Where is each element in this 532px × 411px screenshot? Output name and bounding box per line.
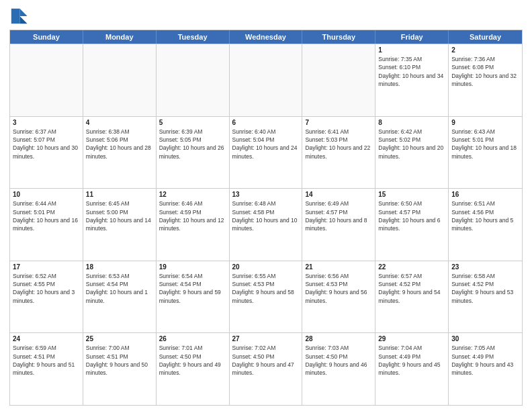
day-info: Sunrise: 6:54 AM Sunset: 4:54 PM Dayligh… [159,272,226,305]
day-info: Sunrise: 7:03 AM Sunset: 4:50 PM Dayligh… [305,344,372,377]
cal-cell-empty [157,44,230,116]
cal-cell-10: 10Sunrise: 6:44 AM Sunset: 5:01 PM Dayli… [10,189,83,261]
day-number: 20 [232,263,300,271]
header-day-wednesday: Wednesday [230,30,303,44]
cal-cell-24: 24Sunrise: 6:59 AM Sunset: 4:51 PM Dayli… [10,333,83,405]
cal-cell-1: 1Sunrise: 7:35 AM Sunset: 6:10 PM Daylig… [375,44,449,116]
cal-cell-16: 16Sunrise: 6:51 AM Sunset: 4:56 PM Dayli… [449,189,522,261]
day-number: 17 [13,263,80,271]
day-number: 5 [159,119,226,126]
cal-cell-9: 9Sunrise: 6:43 AM Sunset: 5:01 PM Daylig… [449,117,522,189]
day-info: Sunrise: 7:02 AM Sunset: 4:50 PM Dayligh… [232,344,300,377]
day-info: Sunrise: 6:58 AM Sunset: 4:52 PM Dayligh… [451,272,519,305]
header-day-monday: Monday [83,30,157,44]
header [9,7,523,26]
day-info: Sunrise: 7:36 AM Sunset: 6:08 PM Dayligh… [451,55,519,88]
cal-cell-11: 11Sunrise: 6:45 AM Sunset: 5:00 PM Dayli… [83,189,157,261]
logo-icon [9,7,28,26]
cal-cell-25: 25Sunrise: 7:00 AM Sunset: 4:51 PM Dayli… [83,333,157,405]
day-number: 18 [86,263,153,271]
svg-marker-1 [19,16,27,24]
cal-cell-20: 20Sunrise: 6:55 AM Sunset: 4:53 PM Dayli… [230,261,303,333]
day-number: 8 [378,119,445,126]
day-number: 4 [86,119,153,126]
day-number: 1 [378,46,445,54]
day-number: 30 [451,335,519,342]
day-number: 22 [378,263,445,271]
svg-rect-2 [11,9,20,24]
cal-cell-6: 6Sunrise: 6:40 AM Sunset: 5:04 PM Daylig… [230,117,303,189]
cal-cell-27: 27Sunrise: 7:02 AM Sunset: 4:50 PM Dayli… [230,333,303,405]
cal-cell-8: 8Sunrise: 6:42 AM Sunset: 5:02 PM Daylig… [375,117,449,189]
cal-cell-empty [10,44,83,116]
cal-cell-5: 5Sunrise: 6:39 AM Sunset: 5:05 PM Daylig… [157,117,230,189]
cal-cell-23: 23Sunrise: 6:58 AM Sunset: 4:52 PM Dayli… [449,261,522,333]
day-number: 9 [451,119,519,126]
cal-cell-21: 21Sunrise: 6:56 AM Sunset: 4:53 PM Dayli… [302,261,375,333]
header-day-sunday: Sunday [10,30,83,44]
day-info: Sunrise: 6:46 AM Sunset: 4:59 PM Dayligh… [159,199,226,232]
day-info: Sunrise: 6:38 AM Sunset: 5:06 PM Dayligh… [86,128,153,161]
day-info: Sunrise: 6:37 AM Sunset: 5:07 PM Dayligh… [13,128,80,161]
day-number: 3 [13,119,80,126]
day-number: 14 [305,191,372,198]
cal-cell-empty [302,44,375,116]
day-number: 10 [13,191,80,198]
day-info: Sunrise: 6:48 AM Sunset: 4:58 PM Dayligh… [232,199,300,232]
cal-cell-empty [83,44,157,116]
day-info: Sunrise: 6:49 AM Sunset: 4:57 PM Dayligh… [305,199,372,232]
day-number: 27 [232,335,300,342]
page: SundayMondayTuesdayWednesdayThursdayFrid… [0,0,532,411]
week-row-3: 17Sunrise: 6:52 AM Sunset: 4:55 PM Dayli… [10,261,522,333]
day-number: 6 [232,119,300,126]
day-info: Sunrise: 7:35 AM Sunset: 6:10 PM Dayligh… [378,55,445,88]
day-number: 24 [13,335,80,342]
day-info: Sunrise: 6:42 AM Sunset: 5:02 PM Dayligh… [378,128,445,161]
cal-cell-30: 30Sunrise: 7:05 AM Sunset: 4:49 PM Dayli… [449,333,522,405]
day-info: Sunrise: 6:43 AM Sunset: 5:01 PM Dayligh… [451,128,519,161]
day-info: Sunrise: 6:51 AM Sunset: 4:56 PM Dayligh… [451,199,519,232]
day-info: Sunrise: 7:01 AM Sunset: 4:50 PM Dayligh… [159,344,226,377]
day-number: 23 [451,263,519,271]
cal-cell-26: 26Sunrise: 7:01 AM Sunset: 4:50 PM Dayli… [157,333,230,405]
day-info: Sunrise: 7:00 AM Sunset: 4:51 PM Dayligh… [86,344,153,377]
cal-cell-12: 12Sunrise: 6:46 AM Sunset: 4:59 PM Dayli… [157,189,230,261]
day-number: 16 [451,191,519,198]
day-number: 25 [86,335,153,342]
header-day-friday: Friday [375,30,449,44]
calendar: SundayMondayTuesdayWednesdayThursdayFrid… [9,30,523,406]
calendar-body: 1Sunrise: 7:35 AM Sunset: 6:10 PM Daylig… [10,44,522,405]
day-number: 15 [378,191,445,198]
day-number: 2 [451,46,519,54]
day-number: 11 [86,191,153,198]
day-info: Sunrise: 6:52 AM Sunset: 4:55 PM Dayligh… [13,272,80,305]
day-info: Sunrise: 6:57 AM Sunset: 4:52 PM Dayligh… [378,272,445,305]
cal-cell-18: 18Sunrise: 6:53 AM Sunset: 4:54 PM Dayli… [83,261,157,333]
cal-cell-28: 28Sunrise: 7:03 AM Sunset: 4:50 PM Dayli… [302,333,375,405]
week-row-4: 24Sunrise: 6:59 AM Sunset: 4:51 PM Dayli… [10,332,522,405]
cal-cell-14: 14Sunrise: 6:49 AM Sunset: 4:57 PM Dayli… [302,189,375,261]
cal-cell-29: 29Sunrise: 7:04 AM Sunset: 4:49 PM Dayli… [375,333,449,405]
cal-cell-15: 15Sunrise: 6:50 AM Sunset: 4:57 PM Dayli… [375,189,449,261]
cal-cell-19: 19Sunrise: 6:54 AM Sunset: 4:54 PM Dayli… [157,261,230,333]
week-row-2: 10Sunrise: 6:44 AM Sunset: 5:01 PM Dayli… [10,188,522,261]
day-info: Sunrise: 6:39 AM Sunset: 5:05 PM Dayligh… [159,128,226,161]
cal-cell-22: 22Sunrise: 6:57 AM Sunset: 4:52 PM Dayli… [375,261,449,333]
day-number: 28 [305,335,372,342]
day-info: Sunrise: 6:55 AM Sunset: 4:53 PM Dayligh… [232,272,300,305]
day-number: 13 [232,191,300,198]
cal-cell-7: 7Sunrise: 6:41 AM Sunset: 5:03 PM Daylig… [302,117,375,189]
day-number: 12 [159,191,226,198]
cal-cell-17: 17Sunrise: 6:52 AM Sunset: 4:55 PM Dayli… [10,261,83,333]
week-row-0: 1Sunrise: 7:35 AM Sunset: 6:10 PM Daylig… [10,44,522,116]
day-info: Sunrise: 6:59 AM Sunset: 4:51 PM Dayligh… [13,344,80,377]
cal-cell-empty [230,44,303,116]
day-number: 7 [305,119,372,126]
header-day-tuesday: Tuesday [157,30,230,44]
header-day-thursday: Thursday [302,30,375,44]
day-number: 29 [378,335,445,342]
day-info: Sunrise: 6:50 AM Sunset: 4:57 PM Dayligh… [378,199,445,232]
svg-marker-0 [19,9,27,16]
day-number: 19 [159,263,226,271]
calendar-header: SundayMondayTuesdayWednesdayThursdayFrid… [10,30,522,44]
